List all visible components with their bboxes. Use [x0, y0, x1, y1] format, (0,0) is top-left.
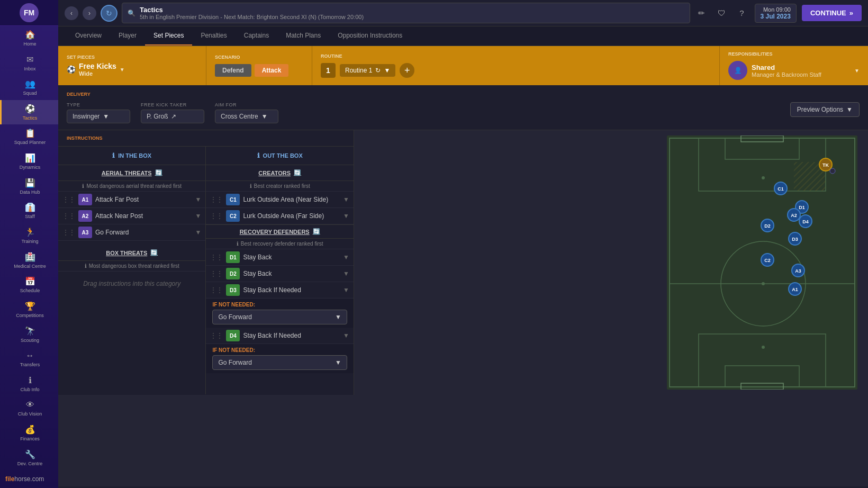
box-threats-drop-zone: Drag instructions into this category — [58, 272, 205, 296]
svg-text:A3: A3 — [795, 268, 801, 274]
sidebar-item-transfers[interactable]: ↔ Transfers — [0, 347, 58, 372]
sidebar-item-club-vision[interactable]: 👁 Club Vision — [0, 396, 58, 421]
set-pieces-header: SET PIECES ⚽ Free Kicks Wide ▼ SCENARIO … — [58, 46, 868, 85]
d4-if-not-select[interactable]: Go Forward ▼ — [212, 355, 347, 370]
nav-refresh-button[interactable]: ↻ — [101, 5, 117, 22]
scouting-icon: 🔭 — [25, 326, 35, 336]
expand-d2-icon[interactable]: ▼ — [343, 270, 349, 277]
drag-handle-a3[interactable]: ⋮⋮ — [62, 229, 75, 236]
free-kick-taker-select[interactable]: P. Groß ↗ — [141, 110, 204, 123]
tactics-icon: ⚽ — [25, 104, 35, 114]
topbar-right: ✏ 🛡 ? Mon 09:00 3 Jul 2023 CONTINUE » — [694, 4, 862, 23]
expand-c1-icon[interactable]: ▼ — [343, 196, 349, 203]
page-title: Tactics — [140, 6, 364, 14]
tab-captains[interactable]: Captains — [236, 26, 277, 46]
instructions-pitch-area: INSTRUCTIONS ℹ IN THE BOX AERIAL THREATS… — [58, 130, 868, 395]
edit-button[interactable]: ✏ — [694, 6, 709, 21]
expand-c2-icon[interactable]: ▼ — [343, 212, 349, 220]
aerial-row-a1: ⋮⋮ A1 Attack Far Post ▼ — [58, 192, 205, 208]
d3-if-not-select[interactable]: Go Forward ▼ — [212, 310, 347, 324]
routine-add-button[interactable]: + — [400, 63, 414, 78]
sidebar-item-schedule[interactable]: 📅 Schedule — [0, 273, 58, 297]
tab-overview[interactable]: Overview — [67, 26, 110, 46]
set-pieces-dropdown-icon[interactable]: ▼ — [120, 67, 125, 73]
drag-handle-d3[interactable]: ⋮⋮ — [210, 286, 223, 294]
expand-d1-icon[interactable]: ▼ — [343, 254, 349, 261]
expand-a1-icon[interactable]: ▼ — [195, 196, 202, 203]
sidebar-item-squad-planner[interactable]: 📋 Squad Planner — [0, 124, 58, 149]
creators-sync-icon: 🔄 — [294, 169, 301, 176]
sidebar-item-squad[interactable]: 👥 Squad — [0, 75, 58, 100]
aerial-threats-sync-icon: 🔄 — [155, 169, 162, 176]
sidebar-item-finances[interactable]: 💰 Finances — [0, 421, 58, 446]
scenario-defend-button[interactable]: Defend — [215, 64, 251, 77]
expand-a3-icon[interactable]: ▼ — [195, 229, 202, 236]
sidebar-item-staff[interactable]: 👔 Staff — [0, 198, 58, 223]
sidebar-item-tactics[interactable]: ⚽ Tactics — [0, 100, 58, 125]
sidebar-item-competitions[interactable]: 🏆 Competitions — [0, 297, 58, 322]
sidebar-item-dynamics[interactable]: 📊 Dynamics — [0, 149, 58, 174]
sidebar-item-dev-centre[interactable]: 🔧 Dev. Centre — [0, 446, 58, 471]
badge-d4: D4 — [226, 330, 240, 341]
tab-match-plans[interactable]: Match Plans — [277, 26, 329, 46]
expand-d4-icon[interactable]: ▼ — [343, 332, 349, 339]
continue-button[interactable]: CONTINUE » — [802, 5, 862, 21]
svg-text:D3: D3 — [792, 237, 798, 242]
help-shield-button[interactable]: 🛡 — [715, 6, 729, 21]
tab-penalties[interactable]: Penalties — [192, 26, 235, 46]
preview-options-button[interactable]: Preview Options ▼ — [790, 102, 860, 117]
aerial-row-a2: ⋮⋮ A2 Attack Near Post ▼ — [58, 208, 205, 224]
badge-c1: C1 — [226, 194, 240, 205]
home-icon: 🏠 — [25, 30, 35, 40]
tab-opposition[interactable]: Opposition Instructions — [329, 26, 411, 46]
delivery-section: DELIVERY TYPE Inswinger ▼ FREE KICK TAKE… — [58, 85, 868, 130]
help-button[interactable]: ? — [735, 6, 749, 21]
sp-responsibilities-section: RESPONSIBILITIES 👤 Shared Manager & Back… — [720, 46, 868, 85]
delivery-type-dropdown-icon: ▼ — [103, 113, 109, 120]
in-the-box-info-icon: ℹ — [112, 152, 115, 159]
aim-for-select[interactable]: Cross Centre ▼ — [215, 110, 278, 123]
nav-back-button[interactable]: ‹ — [65, 6, 78, 20]
pitch-visualization: TK C1 D1 A2 D4 D2 — [354, 130, 868, 395]
creator-row-c2: ⋮⋮ C2 Lurk Outside Area (Far Side) ▼ — [206, 208, 353, 224]
drag-handle-a2[interactable]: ⋮⋮ — [62, 212, 75, 220]
sidebar-item-medical[interactable]: 🏥 Medical Centre — [0, 248, 58, 273]
sidebar-item-inbox[interactable]: ✉ Inbox — [0, 50, 58, 75]
sidebar-item-training[interactable]: 🏃 Training — [0, 223, 58, 248]
recovery-row-d1: ⋮⋮ D1 Stay Back ▼ — [206, 249, 353, 266]
scenario-attack-button[interactable]: Attack — [255, 64, 289, 77]
responsibilities-avatar: 👤 — [728, 61, 747, 80]
routine-name-button[interactable]: Routine 1 ↻ ▼ — [340, 64, 395, 77]
badge-a3: A3 — [78, 227, 92, 238]
sidebar-item-home[interactable]: 🏠 Home — [0, 26, 58, 51]
sidebar-item-scouting[interactable]: 🔭 Scouting — [0, 322, 58, 347]
expand-a2-icon[interactable]: ▼ — [195, 212, 202, 220]
filehorse-logo: filehorse.com — [5, 475, 53, 483]
recovery-sync-icon: 🔄 — [313, 228, 320, 235]
svg-text:D4: D4 — [802, 219, 809, 224]
drag-handle-c1[interactable]: ⋮⋮ — [210, 196, 223, 203]
delivery-type-select[interactable]: Inswinger ▼ — [67, 110, 130, 123]
responsibilities-dropdown-icon[interactable]: ▼ — [854, 68, 860, 74]
sidebar-item-club-info[interactable]: ℹ Club Info — [0, 372, 58, 396]
expand-d3-icon[interactable]: ▼ — [343, 286, 349, 294]
drag-handle-c2[interactable]: ⋮⋮ — [210, 212, 223, 220]
content-area: SET PIECES ⚽ Free Kicks Wide ▼ SCENARIO … — [58, 46, 868, 486]
transfers-icon: ↔ — [26, 351, 34, 360]
tab-player[interactable]: Player — [110, 26, 145, 46]
nav-forward-button[interactable]: › — [83, 6, 96, 20]
drag-handle-a1[interactable]: ⋮⋮ — [62, 196, 75, 203]
topbar-title-group: Tactics 5th in English Premier Division … — [140, 6, 364, 20]
free-kicks-icon: ⚽ — [67, 65, 76, 74]
finances-icon: 💰 — [25, 424, 35, 435]
sidebar-item-data-hub[interactable]: 💾 Data Hub — [0, 174, 58, 198]
tab-set-pieces[interactable]: Set Pieces — [145, 26, 192, 46]
search-bar[interactable]: 🔍 Tactics 5th in English Premier Divisio… — [122, 3, 690, 23]
drag-handle-d2[interactable]: ⋮⋮ — [210, 270, 223, 277]
page-subtitle: 5th in English Premier Division - Next M… — [140, 14, 364, 20]
sidebar-logo: FM — [0, 0, 58, 26]
svg-text:C1: C1 — [777, 186, 784, 192]
drag-handle-d1[interactable]: ⋮⋮ — [210, 254, 223, 261]
recovery-row-d4: ⋮⋮ D4 Stay Back If Needed ▼ — [206, 328, 353, 344]
drag-handle-d4[interactable]: ⋮⋮ — [210, 332, 223, 339]
